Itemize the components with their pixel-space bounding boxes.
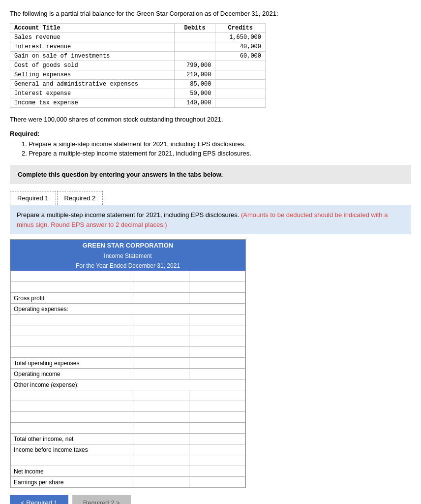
is-amt-input-6[interactable] xyxy=(133,336,189,347)
is-amt-field-17[interactable] xyxy=(136,457,186,464)
is-amt-field-11[interactable] xyxy=(136,392,186,399)
is-total-field-8[interactable] xyxy=(192,360,242,367)
back-button[interactable]: < Required 1 xyxy=(10,495,68,504)
is-total-static-19[interactable] xyxy=(189,477,245,488)
is-label-field-11[interactable] xyxy=(14,392,130,399)
is-total-input-4[interactable] xyxy=(189,315,245,325)
is-label-input-0[interactable] xyxy=(11,271,133,282)
is-total-input-5[interactable] xyxy=(189,325,245,336)
is-total-field-15[interactable] xyxy=(192,436,242,442)
is-amt-static-18[interactable] xyxy=(133,466,189,477)
is-label-input-17[interactable] xyxy=(11,455,133,466)
is-total-field-0[interactable] xyxy=(192,273,242,280)
is-label-input-12[interactable] xyxy=(11,401,133,412)
is-amt-input-5[interactable] xyxy=(133,325,189,336)
is-amt-field-15[interactable] xyxy=(136,436,186,442)
is-total-input-1[interactable] xyxy=(189,282,245,293)
is-amt-field-5[interactable] xyxy=(136,327,186,334)
is-amt-input-11[interactable] xyxy=(133,390,189,401)
is-label-field-17[interactable] xyxy=(14,457,130,464)
is-amt-static-2[interactable] xyxy=(133,293,189,304)
is-amt-input-7[interactable] xyxy=(133,347,189,358)
is-total-field-18[interactable] xyxy=(192,468,242,475)
is-amt-field-8[interactable] xyxy=(136,360,186,367)
is-amt-field-4[interactable] xyxy=(136,316,186,323)
is-total-static-18[interactable] xyxy=(189,466,245,477)
is-label-input-6[interactable] xyxy=(11,336,133,347)
is-amt-static-15[interactable] xyxy=(133,434,189,444)
is-label-input-14[interactable] xyxy=(11,423,133,434)
is-amt-static-19[interactable] xyxy=(133,477,189,488)
is-amt-field-18[interactable] xyxy=(136,468,186,475)
is-label-field-14[interactable] xyxy=(14,425,130,432)
is-label-field-0[interactable] xyxy=(14,273,130,280)
is-total-field-1[interactable] xyxy=(192,284,242,291)
is-amt-field-13[interactable] xyxy=(136,414,186,421)
is-total-static-8[interactable] xyxy=(189,358,245,369)
is-label-field-4[interactable] xyxy=(14,316,130,323)
is-amt-input-14[interactable] xyxy=(133,423,189,434)
is-total-static-9[interactable] xyxy=(189,369,245,379)
is-amt-field-2[interactable] xyxy=(136,295,186,302)
is-amt-field-14[interactable] xyxy=(136,425,186,432)
is-total-field-6[interactable] xyxy=(192,338,242,345)
is-amt-static-16[interactable] xyxy=(133,444,189,455)
is-total-input-0[interactable] xyxy=(189,271,245,282)
is-total-static-2[interactable] xyxy=(189,293,245,304)
is-amt-input-12[interactable] xyxy=(133,401,189,412)
is-label-field-12[interactable] xyxy=(14,403,130,410)
is-total-input-12[interactable] xyxy=(189,401,245,412)
is-label-input-1[interactable] xyxy=(11,282,133,293)
is-label-field-7[interactable] xyxy=(14,349,130,356)
is-amt-field-0[interactable] xyxy=(136,273,186,280)
is-label-input-7[interactable] xyxy=(11,347,133,358)
is-amt-input-4[interactable] xyxy=(133,315,189,325)
is-total-input-7[interactable] xyxy=(189,347,245,358)
is-label-input-4[interactable] xyxy=(11,315,133,325)
tab-required2[interactable]: Required 2 xyxy=(57,191,103,205)
is-amt-input-0[interactable] xyxy=(133,271,189,282)
is-amt-field-7[interactable] xyxy=(136,349,186,356)
is-total-input-11[interactable] xyxy=(189,390,245,401)
is-total-field-16[interactable] xyxy=(192,446,242,453)
is-total-field-12[interactable] xyxy=(192,403,242,410)
is-total-field-9[interactable] xyxy=(192,371,242,378)
is-label-field-1[interactable] xyxy=(14,284,130,291)
is-label-input-11[interactable] xyxy=(11,390,133,401)
is-label-field-13[interactable] xyxy=(14,414,130,421)
is-total-field-19[interactable] xyxy=(192,479,242,486)
is-total-input-13[interactable] xyxy=(189,412,245,423)
is-total-field-5[interactable] xyxy=(192,327,242,334)
is-label-field-6[interactable] xyxy=(14,338,130,345)
is-total-field-14[interactable] xyxy=(192,425,242,432)
is-amt-field-19[interactable] xyxy=(136,479,186,486)
is-amt-input-1[interactable] xyxy=(133,282,189,293)
is-amt-field-9[interactable] xyxy=(136,371,186,378)
is-total-field-13[interactable] xyxy=(192,414,242,421)
is-amt-static-9[interactable] xyxy=(133,369,189,379)
is-amt-input-17[interactable] xyxy=(133,455,189,466)
is-label-input-13[interactable] xyxy=(11,412,133,423)
is-total-field-2[interactable] xyxy=(192,295,242,302)
is-total-input-6[interactable] xyxy=(189,336,245,347)
is-amt-input-13[interactable] xyxy=(133,412,189,423)
is-amt-field-6[interactable] xyxy=(136,338,186,345)
is-total-field-4[interactable] xyxy=(192,316,242,323)
complete-box: Complete this question by entering your … xyxy=(10,165,411,184)
is-label-input-5[interactable] xyxy=(11,325,133,336)
is-total-field-17[interactable] xyxy=(192,457,242,464)
is-total-field-7[interactable] xyxy=(192,349,242,356)
next-button[interactable]: Required 2 > xyxy=(72,495,131,504)
is-amt-field-1[interactable] xyxy=(136,284,186,291)
is-amt-field-16[interactable] xyxy=(136,446,186,453)
is-section-label-3: Operating expenses: xyxy=(11,304,245,315)
is-amt-static-8[interactable] xyxy=(133,358,189,369)
is-amt-field-12[interactable] xyxy=(136,403,186,410)
is-total-static-16[interactable] xyxy=(189,444,245,455)
is-total-input-14[interactable] xyxy=(189,423,245,434)
is-total-static-15[interactable] xyxy=(189,434,245,444)
is-total-field-11[interactable] xyxy=(192,392,242,399)
tab-required1[interactable]: Required 1 xyxy=(10,191,56,205)
is-label-field-5[interactable] xyxy=(14,327,130,334)
is-total-input-17[interactable] xyxy=(189,455,245,466)
